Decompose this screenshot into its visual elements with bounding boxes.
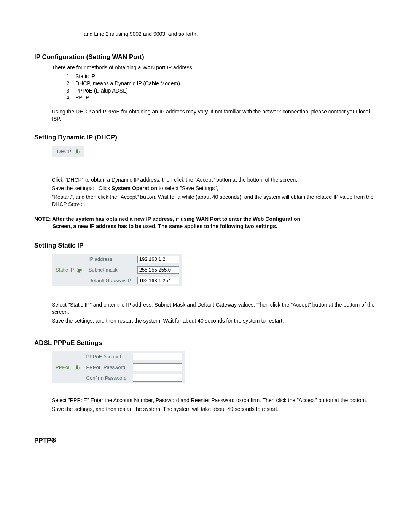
pppoe-radio-cell: PPPoE <box>52 351 82 383</box>
radio-selected-icon[interactable] <box>75 365 80 370</box>
system-operation-bold: System Operation <box>112 185 157 191</box>
staticip-p2: Save the settings, and then restart the … <box>52 317 377 324</box>
dhcp-radio-box: DHCP <box>52 146 84 157</box>
confirm-password-label: Confirm Password <box>82 372 131 383</box>
radio-selected-icon[interactable] <box>75 149 80 154</box>
subnet-mask-label: Subnet mask <box>84 265 135 275</box>
ipconfig-lead: There are four methods of obtaining a WA… <box>52 64 377 71</box>
staticip-p1: Select "Static IP" and enter the IP addr… <box>52 301 377 316</box>
pptp-heading: PPTP※ <box>34 436 377 445</box>
staticip-radio-cell: Static IP <box>52 254 84 286</box>
dhcp-p1a: Click "DHCP" to obtain a Dynamic IP addr… <box>52 176 377 184</box>
staticip-table: Static IP IP address Subnet mask Default… <box>52 254 182 286</box>
list-item: PPTP. <box>72 94 377 101</box>
text: Save the settings: Click <box>52 185 112 191</box>
staticip-heading: Setting Static IP <box>34 241 377 250</box>
list-item: DHCP, means a Dynamic IP (Cable Modem) <box>72 80 377 87</box>
pppoe-password-label: PPPoE Password <box>82 362 131 372</box>
staticip-radio-label: Static IP <box>56 267 74 273</box>
dhcp-p1b: Save the settings: Click System Operatio… <box>52 185 377 192</box>
dhcp-note: NOTE: After the system has obtained a ne… <box>34 216 377 230</box>
pppoe-p2: Save the settings, and then restart the … <box>52 406 377 413</box>
ipconfig-heading: IP Configuration (Setting WAN Port) <box>34 53 377 62</box>
subnet-mask-input[interactable] <box>137 266 179 274</box>
ipconfig-para: Using the DHCP and PPPoE for obtaining a… <box>52 108 377 123</box>
intro-text: and Line 2 is using 9002 and 9003, and s… <box>84 30 377 38</box>
dhcp-heading: Setting Dynamic IP (DHCP) <box>34 133 377 142</box>
confirm-password-input[interactable] <box>133 374 182 382</box>
list-item: Static IP <box>72 73 377 80</box>
default-gateway-label: Default Gateway IP <box>84 275 135 286</box>
radio-selected-icon[interactable] <box>77 268 82 273</box>
pppoe-account-input[interactable] <box>133 353 182 360</box>
pppoe-table: PPPoE PPPoE Account PPPoE Password Confi… <box>52 351 185 383</box>
note-line2: Screen, a new IP address has to be used.… <box>53 223 377 230</box>
dhcp-label: DHCP <box>57 149 71 154</box>
pppoe-heading: ADSL PPPoE Settings <box>34 339 377 348</box>
pppoe-account-label: PPPoE Account <box>82 351 131 362</box>
ipconfig-list: Static IP DHCP, means a Dynamic IP (Cabl… <box>72 73 377 102</box>
dhcp-p1c: "Restart", and then click the "Accept" b… <box>52 193 377 208</box>
pppoe-radio-label: PPPoE <box>56 364 72 370</box>
text: to select "Save Settings", <box>157 185 218 191</box>
ip-address-input[interactable] <box>137 256 179 263</box>
list-item: PPPoE (Dialup ADSL) <box>72 87 377 94</box>
note-line1: NOTE: After the system has obtained a ne… <box>34 216 300 222</box>
ip-address-label: IP address <box>84 254 135 265</box>
pppoe-password-input[interactable] <box>133 363 182 371</box>
pppoe-p1: Select "PPPoE" Enter the Account Number,… <box>52 397 377 404</box>
default-gateway-input[interactable] <box>137 277 179 284</box>
